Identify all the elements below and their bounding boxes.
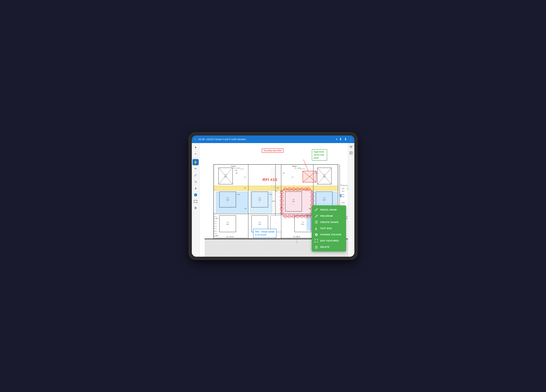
create-shape-icon: Q bbox=[314, 220, 318, 224]
svg-text:GB: GB bbox=[309, 208, 311, 209]
page-icon bbox=[350, 151, 352, 154]
menu-item-create-shape[interactable]: Q CREATE SHAPE bbox=[312, 219, 346, 225]
svg-point-25 bbox=[292, 187, 295, 191]
menu-item-edit-features[interactable]: EDIT FEATURES bbox=[312, 238, 346, 244]
svg-text:H5: H5 bbox=[227, 197, 228, 199]
svg-text:W15: W15 bbox=[224, 176, 227, 178]
svg-point-24 bbox=[288, 187, 291, 191]
color-indicator bbox=[194, 193, 197, 196]
menu-item-text-box[interactable]: A TEXT BOX bbox=[312, 225, 346, 231]
zoom-in-button[interactable]: + bbox=[193, 144, 199, 151]
delete-label: DELETE bbox=[320, 246, 330, 248]
svg-text:→: → bbox=[259, 201, 260, 203]
svg-text:←: ← bbox=[275, 222, 277, 224]
zoom-out-button[interactable]: − bbox=[193, 151, 199, 157]
svg-text:W08: W08 bbox=[226, 199, 229, 200]
svg-text:R.L. 35.10: R.L. 35.10 bbox=[227, 236, 234, 238]
main-area: + − ✋ ✏ 🖊 ⊙ A 🗑 70 bbox=[192, 143, 354, 257]
svg-point-23 bbox=[284, 187, 287, 191]
download-button[interactable]: ⬇ bbox=[339, 137, 342, 141]
left-toolbar: + − ✋ ✏ 🖊 ⊙ A 🗑 70 bbox=[192, 143, 200, 257]
svg-point-175 bbox=[317, 239, 318, 240]
svg-text:W01: W01 bbox=[258, 224, 261, 225]
svg-text:Q: Q bbox=[316, 222, 317, 223]
right-toolbar bbox=[348, 143, 354, 257]
svg-text:H4: H4 bbox=[302, 221, 304, 223]
pencil-tool-button[interactable]: ✏ bbox=[193, 166, 199, 172]
svg-text:FC: FC bbox=[292, 176, 293, 178]
text-tool-button[interactable]: A bbox=[193, 185, 199, 192]
change-colour-icon bbox=[314, 233, 318, 236]
menu-item-pencil-draw[interactable]: PENCIL DRAW bbox=[312, 207, 346, 213]
svg-text:MF: MF bbox=[236, 172, 238, 174]
svg-text:CR1: CR1 bbox=[342, 190, 344, 192]
svg-line-165 bbox=[315, 211, 315, 212]
svg-point-177 bbox=[317, 242, 318, 243]
document-title: A3.08- 141012 House 4 and 5 north elevat… bbox=[198, 138, 334, 141]
svg-text:←: ← bbox=[293, 203, 294, 205]
svg-text:→: → bbox=[323, 201, 325, 203]
svg-text:W08: W08 bbox=[323, 199, 325, 200]
svg-text:A: A bbox=[315, 227, 317, 230]
menu-item-pen-draw[interactable]: PEN DRAW bbox=[312, 213, 346, 219]
page-number: 70 bbox=[192, 254, 194, 256]
svg-point-27 bbox=[300, 187, 303, 191]
svg-rect-10 bbox=[281, 189, 312, 216]
svg-text:FC: FC bbox=[244, 176, 246, 178]
svg-text:MF: MF bbox=[316, 172, 318, 174]
w02-annotation: W02 - Design updateto be issued. bbox=[253, 229, 277, 238]
svg-text:GB: GB bbox=[244, 208, 246, 209]
punchlist-annotation: Punchlist item #014 bbox=[262, 148, 284, 153]
menu-item-change-colour[interactable]: CHANGE COLOUR bbox=[312, 231, 346, 238]
svg-text:3150: 3150 bbox=[342, 202, 344, 204]
tablet-screen: ← A3.08- 141012 House 4 and 5 north elev… bbox=[192, 135, 354, 257]
top-bar-actions: ⬇ ⬆ ⋮ bbox=[339, 137, 352, 141]
share-button[interactable]: ⬆ bbox=[344, 137, 347, 141]
more-button[interactable]: ⋮ bbox=[349, 137, 352, 141]
edit-features-icon bbox=[314, 239, 318, 243]
edit-features-label: EDIT FEATURES bbox=[320, 239, 339, 242]
svg-point-174 bbox=[315, 239, 315, 240]
create-shape-label: CREATE SHAPE bbox=[320, 221, 339, 224]
shape-tool-button[interactable]: ⊙ bbox=[193, 179, 199, 185]
svg-point-34 bbox=[300, 215, 303, 218]
svg-text:MG: MG bbox=[342, 187, 344, 189]
select-rect-icon bbox=[194, 200, 197, 203]
svg-text:CR2: CR2 bbox=[215, 218, 218, 219]
color-tool-button[interactable] bbox=[193, 192, 199, 198]
svg-point-36 bbox=[307, 215, 310, 218]
svg-point-31 bbox=[288, 215, 291, 218]
svg-text:MF: MF bbox=[235, 169, 237, 171]
page-view-button[interactable] bbox=[349, 150, 354, 155]
top-bar: ← A3.08- 141012 House 4 and 5 north elev… bbox=[192, 135, 354, 143]
context-menu: PENCIL DRAW PEN DRAW bbox=[312, 205, 346, 251]
select-tool-button[interactable] bbox=[193, 198, 199, 205]
svg-rect-5 bbox=[216, 192, 248, 213]
pen-tool-button[interactable]: 🖊 bbox=[193, 172, 199, 178]
svg-rect-6 bbox=[250, 192, 272, 213]
svg-text:W07: W07 bbox=[258, 199, 261, 200]
svg-point-32 bbox=[292, 215, 295, 218]
svg-text:DP: DP bbox=[340, 184, 342, 186]
svg-text:RIDGE: RIDGE bbox=[292, 165, 297, 167]
svg-text:W07: W07 bbox=[292, 201, 295, 202]
dropdown-icon[interactable]: ▼ bbox=[336, 138, 338, 141]
svg-point-26 bbox=[296, 187, 299, 191]
svg-text:W01: W01 bbox=[301, 224, 304, 225]
svg-text:H4: H4 bbox=[323, 174, 325, 176]
back-button[interactable]: ← bbox=[194, 137, 197, 141]
svg-text:CR2: CR2 bbox=[237, 194, 240, 195]
svg-rect-8 bbox=[339, 194, 341, 197]
svg-text:RIDGE: RIDGE bbox=[231, 165, 236, 167]
filter-button[interactable] bbox=[349, 144, 354, 150]
svg-text:TOW 42.00: TOW 42.00 bbox=[342, 185, 348, 186]
svg-text:CR2: CR2 bbox=[342, 196, 344, 197]
menu-item-delete[interactable]: DELETE bbox=[312, 244, 346, 250]
pan-tool-button[interactable]: ✋ bbox=[193, 159, 199, 165]
svg-text:H4: H4 bbox=[323, 197, 325, 199]
svg-text:H5: H5 bbox=[227, 221, 228, 223]
svg-text:W15: W15 bbox=[323, 176, 326, 178]
svg-rect-132 bbox=[270, 166, 281, 212]
svg-text:CR3: CR3 bbox=[215, 235, 218, 236]
delete-tool-button[interactable]: 🗑 bbox=[193, 205, 199, 211]
